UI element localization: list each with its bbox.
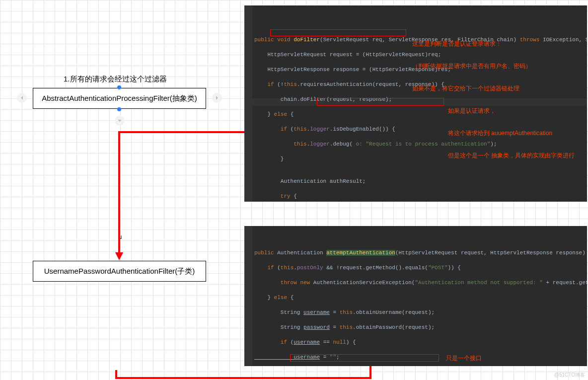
t: postOnly [297, 265, 323, 271]
t: AuthenticationServiceException( [313, 280, 415, 286]
t: o: [353, 141, 366, 147]
arrow-2-seg3 [115, 370, 117, 379]
code2-redbox-authenticate [290, 354, 439, 362]
t: (! [277, 81, 284, 87]
t: 但是这个是一个 抽象类，具体的实现由字类进行 [448, 152, 575, 159]
annot-3: 只是一个接口 [446, 355, 482, 362]
t: 如果不是，将它交给下一个过滤器链处理 [412, 85, 531, 92]
code-pane-1: public void doFilter(ServletRequest req,… [244, 5, 587, 202]
t: = [330, 324, 340, 330]
t: 将这个请求给到 auuemptAuthentication [448, 130, 575, 137]
code1-gutter [244, 5, 252, 202]
code-pane-2: public Authentication attemptAuthenticat… [244, 226, 587, 366]
t: .obtainUsername(request); [353, 309, 435, 315]
watermark: @51CTO博客 [554, 372, 585, 379]
t: throw new [254, 280, 313, 286]
t: { [291, 111, 294, 117]
t: password [303, 324, 330, 330]
handle-left[interactable] [17, 93, 27, 103]
t: else [274, 295, 291, 301]
t: Authentication [277, 250, 326, 256]
handle-right[interactable] [212, 93, 222, 103]
t: { [294, 193, 297, 199]
t: if [254, 81, 277, 87]
t: （判断依据就是请求中是否有用户名、密码） [412, 63, 531, 70]
arrow-1-head [115, 252, 123, 260]
t: . [294, 265, 297, 271]
t: } [254, 111, 274, 117]
annot-2: 如果是认证请求， 将这个请求给到 auuemptAuthentication 但… [448, 92, 575, 167]
t: Authentication authResult; [254, 178, 587, 185]
t: if [254, 265, 277, 271]
t: if [254, 126, 291, 132]
t: ( [277, 265, 281, 271]
t: = [330, 309, 340, 315]
t: + request.getMethod()); [543, 280, 587, 286]
t: this [294, 126, 306, 132]
arrow-2-seg2 [115, 377, 371, 379]
node-abstract-filter-label: AbstractAuthenticationProcessingFilter(抽… [42, 94, 197, 103]
t: String [254, 309, 303, 315]
t: } [254, 295, 274, 301]
t: this [340, 324, 353, 330]
t: try [254, 193, 294, 199]
t: public void [254, 37, 294, 43]
t: )) { [448, 265, 461, 271]
t: this [254, 141, 307, 147]
t: { [291, 295, 294, 301]
t: else [274, 111, 291, 117]
t: doFilter [294, 37, 320, 43]
t: logger [310, 141, 330, 147]
t: 如果是认证请求， [448, 107, 575, 115]
t: IOException, ServletException { [543, 37, 587, 43]
t: "POST" [428, 265, 448, 271]
t: this [281, 265, 294, 271]
t: attemptAuthentication [326, 250, 395, 256]
code2-gutter [244, 226, 252, 366]
handle-down[interactable] [115, 116, 125, 126]
t: logger [310, 126, 330, 132]
t: (HttpServletRequest request, HttpServlet… [395, 250, 587, 256]
t: ) { [346, 339, 356, 345]
t: null [333, 339, 346, 345]
connector-dot-bottom[interactable] [117, 107, 121, 111]
node-username-filter[interactable]: UsernamePasswordAuthenticationFilter(子类) [33, 261, 206, 282]
t: .obtainPassword(request); [353, 324, 435, 330]
t: 这里是判断是否是认证登录请求： [412, 40, 531, 48]
t: .debug( [330, 141, 353, 147]
t: "Authentication method not supported: " [415, 280, 542, 286]
connector-dot-top[interactable] [117, 85, 121, 89]
t: this [284, 81, 296, 87]
node-username-filter-label: UsernamePasswordAuthenticationFilter(子类) [44, 267, 195, 276]
code1-redbox-requires [270, 29, 406, 36]
node-abstract-filter[interactable]: AbstractAuthenticationProcessingFilter(抽… [33, 88, 206, 109]
t: == [320, 339, 333, 345]
t: this [340, 309, 353, 315]
t: public [254, 250, 277, 256]
diagram-title: 1.所有的请求会经过这个过滤器 [64, 75, 167, 84]
t: && !request.getMethod().equals( [323, 265, 428, 271]
annot-1: 这里是判断是否是认证登录请求： （判断依据就是请求中是否有用户名、密码） 如果不… [412, 25, 531, 100]
t: username [303, 309, 330, 315]
t: String [254, 324, 303, 330]
t: if [254, 339, 291, 345]
t: .isDebugEnabled()) { [330, 126, 395, 132]
arrow-1-seg3 [118, 131, 120, 253]
t: username [294, 339, 320, 345]
